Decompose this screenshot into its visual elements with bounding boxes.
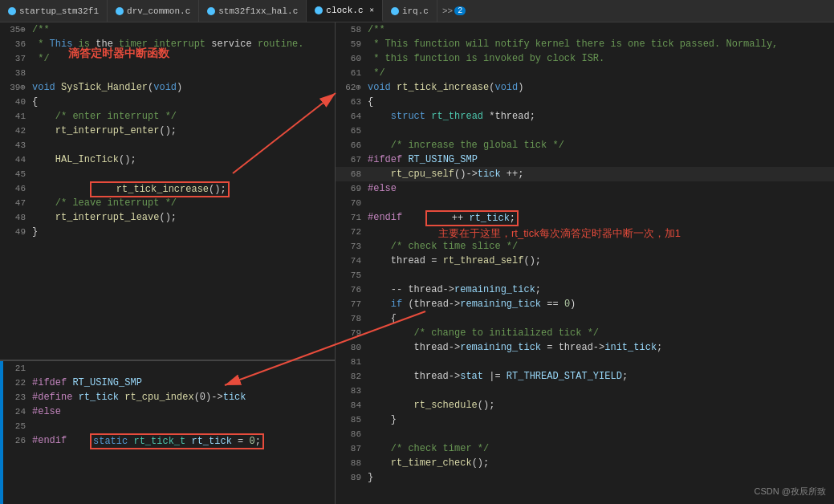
main-content: 35⊕ /** 36 * This is the timer interrupt… [0, 22, 834, 504]
r-code-line-60: 60 * this function is invoked by clock I… [336, 51, 834, 66]
code-line-35: 35⊕ /** [0, 22, 335, 37]
code-line-24: 24 #else [0, 404, 335, 419]
code-line-39: 39⊕ void SysTick_Handler(void) [0, 80, 335, 95]
code-line-22: 22 #ifdef RT_USING_SMP [0, 376, 335, 390]
tab-icon-startup [8, 7, 16, 15]
code-line-36: 36 * This is the timer interrupt service… [0, 37, 335, 51]
tab-label-drv: drv_common.c [127, 6, 190, 16]
tab-drv-common[interactable]: drv_common.c [108, 0, 199, 22]
tab-label-hal: stm32f1xx_hal.c [218, 6, 298, 16]
code-line-25: 25 static rt_tick_t rt_tick = 0; [0, 419, 335, 433]
code-line-42: 42 rt_interrupt_enter(); [0, 124, 335, 138]
r-code-line-88: 88 rt_timer_check(); [336, 456, 834, 470]
tab-icon-clock [315, 6, 323, 14]
r-code-line-79: 79 /* change to initialized tick */ [336, 326, 834, 340]
r-code-line-78: 78 { [336, 311, 834, 326]
left-top-code: 35⊕ /** 36 * This is the timer interrupt… [0, 22, 335, 360]
r-code-line-59: 59 * This function will notify kernel th… [336, 37, 834, 51]
right-code-area: 58 /** 59 * This function will notify ke… [336, 22, 834, 504]
left-bottom-code: 21 22 #ifdef RT_USING_SMP 23 #define rt_… [0, 360, 335, 504]
csdn-watermark: CSDN @孜辰所致 [755, 486, 826, 498]
r-code-line-86: 86 [336, 427, 834, 441]
tab-clock[interactable]: clock.c ✕ [307, 0, 383, 22]
r-code-line-67: 67 #ifdef RT_USING_SMP [336, 152, 834, 167]
r-code-line-75: 75 [336, 268, 834, 282]
code-line-44: 44 HAL_IncTick(); [0, 152, 335, 167]
tab-icon-drv [116, 7, 124, 15]
r-code-line-63: 63 { [336, 95, 834, 109]
code-line-40: 40 { [0, 95, 335, 109]
r-code-line-73: 73 /* check time slice */ [336, 239, 834, 254]
code-line-26: 26 #endif [0, 433, 335, 448]
code-line-45: 45 rt_tick_increase(); [0, 167, 335, 181]
tab-irq[interactable]: irq.c [383, 0, 437, 22]
code-line-49: 49 } [0, 225, 335, 239]
r-code-line-76: 76 -- thread->remaining_tick; [336, 282, 834, 297]
r-code-line-61: 61 */ [336, 66, 834, 80]
code-line-41: 41 /* enter interrupt */ [0, 109, 335, 124]
code-line-48: 48 rt_interrupt_leave(); [0, 210, 335, 225]
code-line-23: 23 #define rt_tick rt_cpu_index(0)->tick [0, 390, 335, 404]
tab-label-clock: clock.c [326, 6, 363, 15]
r-code-line-81: 81 [336, 355, 834, 369]
r-code-line-71: 71 #endif [336, 210, 834, 225]
tab-startup[interactable]: startup_stm32f1 [0, 0, 108, 22]
r-code-line-58: 58 /** [336, 22, 834, 37]
r-code-line-80: 80 thread->remaining_tick = thread->init… [336, 340, 834, 355]
r-code-line-72: 72 [336, 225, 834, 239]
r-code-line-65: 65 [336, 124, 834, 138]
code-line-43: 43 [0, 138, 335, 152]
r-code-line-87: 87 /* check timer */ [336, 441, 834, 456]
r-code-line-84: 84 rt_schedule(); [336, 398, 834, 413]
r-code-line-77: 77 if (thread->remaining_tick == 0) [336, 297, 834, 311]
left-panel: 35⊕ /** 36 * This is the timer interrupt… [0, 22, 336, 504]
right-panel: 58 /** 59 * This function will notify ke… [336, 22, 834, 504]
r-code-line-69: 69 #else [336, 181, 834, 196]
code-line-37: 37 */ [0, 51, 335, 66]
tab-icon-hal [207, 7, 215, 15]
tab-overflow[interactable]: >> 2 [437, 0, 470, 22]
r-code-line-68: 68 rt_cpu_self()->tick ++; [336, 167, 834, 181]
overflow-label: >> [442, 6, 453, 16]
r-code-line-66: 66 /* increase the global tick */ [336, 138, 834, 152]
r-code-line-74: 74 thread = rt_thread_self(); [336, 254, 834, 268]
tab-icon-irq [391, 7, 399, 15]
tab-label-irq: irq.c [402, 6, 429, 16]
overflow-count: 2 [454, 6, 466, 15]
code-line-21: 21 [0, 361, 335, 376]
r-code-line-85: 85 } [336, 413, 834, 427]
r-code-line-64: 64 struct rt_thread *thread; [336, 109, 834, 124]
r-code-line-89: 89 } [336, 470, 834, 485]
r-code-line-62: 62⊕ void rt_tick_increase(void) [336, 80, 834, 95]
tab-stm32-hal[interactable]: stm32f1xx_hal.c [199, 0, 307, 22]
r-code-line-83: 83 [336, 384, 834, 398]
code-line-38: 38 [0, 66, 335, 80]
code-line-46: 46 [0, 181, 335, 196]
tab-bar: startup_stm32f1 drv_common.c stm32f1xx_h… [0, 0, 834, 22]
tab-modified-icon: ✕ [370, 6, 374, 14]
code-line-47: 47 /* leave interrupt */ [0, 196, 335, 210]
tab-label-startup: startup_stm32f1 [19, 6, 99, 16]
r-code-line-82: 82 thread->stat |= RT_THREAD_STAT_YIELD; [336, 369, 834, 384]
r-code-line-70: 70 ++ rt_tick; 主要在于这里，rt_tick每次滴答定时器中断一次… [336, 196, 834, 210]
